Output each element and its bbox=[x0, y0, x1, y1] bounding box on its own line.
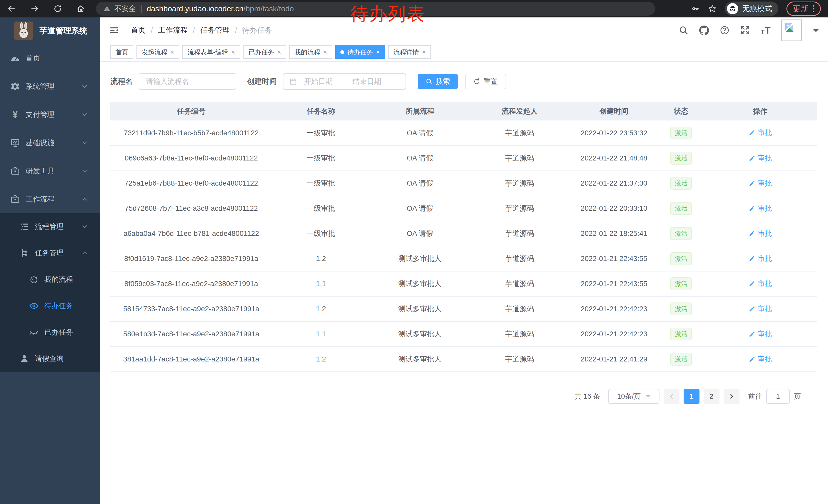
update-button[interactable]: 更新 bbox=[786, 2, 821, 16]
approve-link[interactable]: 审批 bbox=[749, 229, 772, 238]
page-size-select[interactable]: 10条/页 bbox=[608, 389, 659, 404]
help-icon[interactable] bbox=[720, 26, 730, 35]
cell-created-time: 2022-01-22 21:48:48 bbox=[569, 146, 659, 171]
tab-process-detail[interactable]: 流程详情× bbox=[388, 45, 431, 59]
tab-done-tasks[interactable]: 已办任务× bbox=[243, 45, 286, 59]
cell-task-name: 一级审批 bbox=[272, 196, 370, 221]
tab-form-edit[interactable]: 流程表单-编辑× bbox=[182, 45, 240, 59]
approve-link[interactable]: 审批 bbox=[749, 254, 772, 264]
sidebar-item-infra[interactable]: 基础设施 bbox=[0, 129, 100, 157]
approve-label: 审批 bbox=[758, 178, 772, 188]
cell-created-time: 2022-01-21 22:43:55 bbox=[569, 271, 659, 296]
cell-action: 审批 bbox=[703, 221, 817, 246]
cell-created-time: 2022-01-21 22:41:29 bbox=[569, 347, 659, 372]
sidebar-fold-icon[interactable] bbox=[109, 26, 120, 35]
tab-close-icon[interactable]: × bbox=[323, 48, 327, 56]
avatar-caret-icon[interactable] bbox=[813, 29, 819, 35]
approve-link[interactable]: 审批 bbox=[749, 279, 772, 289]
approve-link[interactable]: 审批 bbox=[749, 329, 772, 339]
approve-link[interactable]: 审批 bbox=[749, 203, 772, 213]
browser-chrome: 不安全 dashboard.yudao.iocoder.cn/bpm/task/… bbox=[0, 0, 828, 17]
approve-link[interactable]: 审批 bbox=[749, 153, 772, 163]
tab-close-icon[interactable]: × bbox=[170, 48, 174, 56]
edit-pencil-icon bbox=[749, 356, 755, 363]
refresh-icon bbox=[473, 78, 481, 85]
home-icon[interactable] bbox=[76, 4, 85, 13]
back-icon[interactable] bbox=[7, 4, 16, 13]
tab-label: 已办任务 bbox=[249, 48, 274, 56]
person-icon bbox=[19, 354, 29, 364]
cell-task-id: 381aa1dd-7ac8-11ec-a9e2-a2380e71991a bbox=[110, 347, 272, 372]
sidebar-item-payment[interactable]: ¥支付管理 bbox=[0, 100, 100, 129]
cell-status: 激活 bbox=[659, 196, 704, 221]
reset-button[interactable]: 重置 bbox=[465, 74, 506, 89]
bookmark-star-icon[interactable] bbox=[708, 4, 717, 13]
date-range-input[interactable]: 开始日期 - 结束日期 bbox=[283, 73, 406, 90]
process-name-input[interactable]: 请输入流程名 bbox=[139, 73, 236, 90]
sidebar-item-todo-tasks[interactable]: 待办任务 bbox=[0, 292, 100, 319]
sidebar-item-my-process[interactable]: 我的流程 bbox=[0, 266, 100, 292]
browser-menu-icon[interactable] bbox=[813, 5, 815, 12]
search-icon[interactable] bbox=[679, 26, 689, 35]
next-page-button[interactable] bbox=[723, 389, 740, 404]
sidebar-item-done-tasks[interactable]: 已办任务 bbox=[0, 319, 100, 345]
cell-task-name: 1.2 bbox=[272, 347, 370, 372]
breadcrumb-item[interactable]: 工作流程 bbox=[158, 25, 188, 35]
approve-link[interactable]: 审批 bbox=[749, 178, 772, 188]
goto-page-input[interactable]: 1 bbox=[766, 389, 790, 404]
approve-label: 审批 bbox=[758, 279, 772, 289]
tab-my-process[interactable]: 我的流程× bbox=[289, 45, 332, 59]
eye-icon bbox=[29, 301, 39, 311]
sidebar-item-home[interactable]: 首页 bbox=[0, 44, 100, 72]
sidebar-item-dev-tools[interactable]: 研发工具 bbox=[0, 157, 100, 185]
page-button-2[interactable]: 2 bbox=[704, 389, 719, 404]
tab-label: 流程详情 bbox=[393, 48, 419, 56]
security-warning-icon[interactable] bbox=[103, 5, 111, 12]
sidebar-item-task-mgmt[interactable]: 任务管理 bbox=[0, 240, 100, 266]
cell-initiator: 芋道源码 bbox=[470, 321, 569, 347]
fullscreen-icon[interactable] bbox=[740, 26, 750, 35]
app-logo[interactable]: 芋道管理系统 bbox=[0, 17, 100, 44]
reload-icon[interactable] bbox=[53, 4, 62, 13]
sidebar-item-leave-query[interactable]: 请假查询 bbox=[0, 345, 100, 372]
page-button-1[interactable]: 1 bbox=[684, 389, 700, 404]
chevron-up-icon bbox=[81, 249, 88, 257]
sidebar-item-process-mgmt[interactable]: 流程管理 bbox=[0, 213, 100, 240]
breadcrumb-separator: / bbox=[151, 26, 153, 35]
status-badge: 激活 bbox=[670, 227, 692, 240]
sidebar-item-label: 请假查询 bbox=[35, 354, 64, 364]
github-icon[interactable] bbox=[699, 26, 709, 35]
approve-link[interactable]: 审批 bbox=[749, 128, 772, 138]
tab-todo-tasks[interactable]: 待办任务× bbox=[335, 45, 385, 59]
search-icon bbox=[425, 78, 433, 85]
chevron-down-icon bbox=[81, 139, 88, 146]
user-avatar[interactable] bbox=[781, 19, 802, 41]
sidebar-item-workflow[interactable]: 工作流程 bbox=[0, 185, 100, 213]
font-size-icon[interactable]: TT bbox=[761, 26, 771, 35]
forward-icon[interactable] bbox=[30, 4, 39, 13]
breadcrumb-item[interactable]: 首页 bbox=[131, 25, 146, 35]
tab-close-icon[interactable]: × bbox=[277, 48, 281, 56]
tab-home[interactable]: 首页 bbox=[110, 45, 133, 59]
search-button[interactable]: 搜索 bbox=[418, 74, 458, 89]
cell-status: 激活 bbox=[659, 171, 704, 196]
tab-close-icon[interactable]: × bbox=[232, 48, 235, 56]
tab-close-icon[interactable]: × bbox=[422, 48, 426, 56]
prev-page-button[interactable] bbox=[664, 389, 679, 404]
breadcrumb-item[interactable]: 任务管理 bbox=[200, 25, 230, 35]
eye-closed-icon bbox=[29, 327, 39, 337]
sidebar-item-system[interactable]: 系统管理 bbox=[0, 72, 100, 100]
password-key-icon[interactable] bbox=[691, 4, 700, 13]
address-bar[interactable]: 不安全 dashboard.yudao.iocoder.cn/bpm/task/… bbox=[96, 2, 655, 16]
approve-link[interactable]: 审批 bbox=[749, 304, 772, 314]
sidebar-item-label: 任务管理 bbox=[35, 248, 64, 258]
approve-link[interactable]: 审批 bbox=[749, 354, 772, 364]
tab-start-process[interactable]: 发起流程× bbox=[136, 45, 179, 59]
cell-process: OA 请假 bbox=[370, 146, 470, 171]
cell-process: OA 请假 bbox=[370, 196, 470, 221]
tab-close-icon[interactable]: × bbox=[376, 48, 380, 56]
cell-status: 激活 bbox=[659, 347, 704, 372]
sidebar: 芋道管理系统 首页系统管理¥支付管理基础设施研发工具工作流程流程管理任务管理我的… bbox=[0, 17, 100, 504]
cell-process: 测试多审批人 bbox=[370, 271, 470, 296]
cell-task-id: 069c6a63-7b8a-11ec-8ef0-acde48001122 bbox=[110, 146, 272, 171]
